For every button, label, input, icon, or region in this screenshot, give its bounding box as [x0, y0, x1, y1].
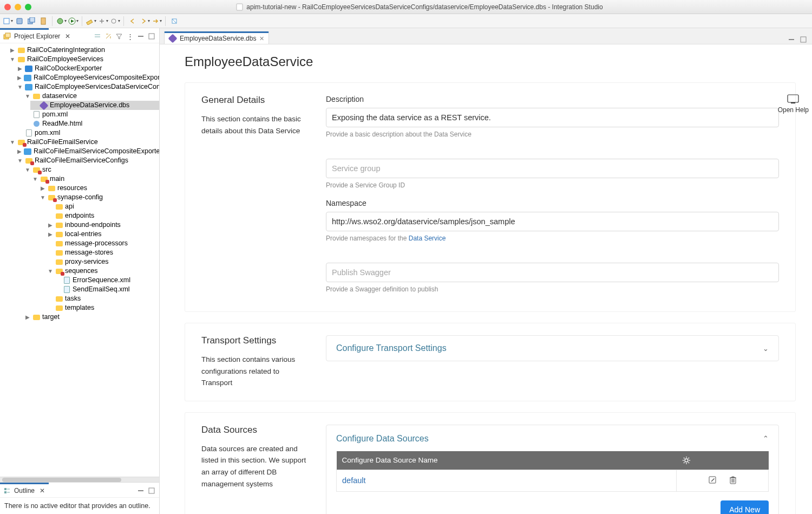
tree-item[interactable]: ErrorSequence.xml — [73, 276, 130, 285]
save-all-button[interactable] — [26, 16, 37, 27]
general-heading: General Details — [201, 95, 310, 106]
svg-rect-13 — [5, 33, 10, 37]
tree-item[interactable]: pom.xml — [42, 110, 68, 119]
section-general: General Details This section contains th… — [185, 82, 796, 312]
debug-button[interactable]: ▾ — [56, 16, 67, 27]
tree-item[interactable]: RailCoEmployeeServicesCompositeExporter — [34, 73, 159, 82]
tree-item[interactable]: local-entries — [65, 230, 101, 239]
close-window-icon[interactable] — [4, 4, 11, 10]
open-help-button[interactable]: Open Help — [778, 94, 809, 114]
tree-item[interactable]: RailCoFileEmailServiceConfigs — [35, 156, 128, 165]
hint-swagger: Provide a Swagger definition to publish — [326, 285, 779, 293]
outline-icon — [3, 487, 11, 495]
svg-rect-20 — [24, 148, 31, 155]
view-menu-icon[interactable]: ⋮ — [126, 32, 134, 41]
nav-forward-button[interactable]: ▾ — [151, 16, 162, 27]
tree-item[interactable]: proxy-services — [65, 257, 109, 266]
svg-line-35 — [688, 462, 689, 463]
sync-button[interactable]: ▾ — [109, 16, 120, 27]
edit-icon[interactable] — [708, 476, 717, 484]
close-tab-icon[interactable]: ✕ — [259, 35, 264, 42]
search-button[interactable]: ▾ — [86, 16, 96, 27]
tree-item[interactable]: RailCoFileEmailServiceCompositeExporter — [34, 147, 159, 156]
svg-rect-15 — [149, 34, 154, 39]
configure-transport-toggle[interactable]: Configure Transport Settings ⌄ — [326, 335, 779, 361]
tree-item[interactable]: endpoints — [65, 211, 94, 220]
zoom-window-icon[interactable] — [25, 4, 31, 10]
section-transport: Transport Settings This section contains… — [185, 323, 796, 401]
collapse-all-icon[interactable] — [93, 32, 102, 41]
tree-item[interactable]: RailCoEmployeeServices — [27, 55, 103, 64]
tree-item[interactable]: dataservice — [42, 92, 77, 101]
namespace-input[interactable] — [326, 212, 779, 231]
minimize-view-icon[interactable] — [136, 486, 145, 495]
svg-rect-18 — [25, 84, 32, 90]
minimize-editor-icon[interactable] — [787, 35, 796, 44]
gear-icon — [682, 456, 691, 465]
tree-item[interactable]: RailCoDockerExporter — [35, 64, 102, 73]
add-new-button[interactable]: Add New — [721, 500, 769, 514]
datasource-link[interactable]: default — [342, 476, 366, 485]
dbs-icon — [168, 34, 178, 43]
delete-icon[interactable] — [729, 476, 737, 484]
tree-item[interactable]: RailCoEmployeeServicesDataServiceConfigs — [35, 82, 159, 92]
toggle-button[interactable]: ▾ — [97, 16, 108, 27]
chevron-down-icon: ⌄ — [763, 344, 769, 353]
tree-item[interactable]: src — [42, 165, 51, 174]
tree-item[interactable]: templates — [65, 303, 94, 313]
back-button[interactable] — [127, 16, 138, 27]
outline-title: Outline — [14, 487, 35, 495]
minimize-view-icon[interactable] — [136, 32, 145, 41]
general-desc: This section contains the basic details … — [201, 113, 310, 136]
section-datasources: Data Sources Data sources are created an… — [185, 412, 796, 514]
maximize-editor-icon[interactable] — [799, 35, 808, 44]
tree-item[interactable]: RailCoFileEmailService — [27, 138, 98, 147]
link-editor-icon[interactable] — [104, 32, 113, 41]
pin-button[interactable] — [169, 16, 180, 27]
tree-item[interactable]: tasks — [65, 294, 81, 303]
description-input[interactable] — [326, 108, 779, 127]
tree-item[interactable]: main — [50, 174, 64, 184]
tree-item[interactable]: ReadMe.html — [42, 119, 82, 128]
tree-item[interactable]: inbound-endpoints — [65, 220, 121, 230]
close-view-icon[interactable]: ✕ — [38, 486, 47, 495]
svg-rect-17 — [24, 75, 31, 81]
editor-tab[interactable]: EmployeeDataService.dbs ✕ — [164, 31, 269, 44]
tree-item[interactable]: message-processors — [65, 239, 128, 248]
datasources-heading: Data Sources — [201, 425, 310, 435]
tree-item-selected[interactable]: EmployeeDataService.dbs — [50, 101, 129, 110]
tree-item[interactable]: pom.xml — [35, 128, 60, 138]
minimize-window-icon[interactable] — [15, 4, 21, 10]
export-button[interactable] — [38, 16, 49, 27]
window-title: apim-tutorial-new - RailCoEmployeeServic… — [246, 3, 603, 11]
tree-item[interactable]: synapse-config — [57, 193, 103, 202]
tree-item[interactable]: sequences — [65, 266, 97, 276]
close-view-icon[interactable]: ✕ — [63, 32, 72, 41]
tree-item[interactable]: SendEmailSeq.xml — [73, 285, 130, 294]
service-group-input[interactable] — [326, 159, 779, 178]
tree-item[interactable]: RailCoCateringIntegration — [27, 45, 105, 55]
maximize-view-icon[interactable] — [147, 32, 156, 41]
data-service-link[interactable]: Data Service — [409, 235, 446, 242]
tree-item[interactable]: target — [42, 313, 60, 322]
horizontal-scrollbar[interactable] — [0, 477, 159, 482]
chevron-up-icon: ⌃ — [763, 434, 769, 443]
forward-button[interactable]: ▾ — [139, 16, 150, 27]
new-button[interactable]: ▾ — [2, 16, 13, 27]
maximize-view-icon[interactable] — [147, 486, 156, 495]
svg-rect-24 — [149, 488, 154, 493]
run-button[interactable]: ▾ — [68, 16, 78, 27]
tree-item[interactable]: api — [65, 202, 74, 211]
svg-point-19 — [34, 121, 40, 127]
project-explorer-header: Project Explorer ✕ ⋮ — [0, 30, 159, 43]
svg-rect-0 — [237, 4, 243, 10]
swagger-input[interactable] — [326, 263, 779, 282]
project-tree[interactable]: ▶RailCoCateringIntegration ▼RailCoEmploy… — [0, 43, 159, 477]
tree-item[interactable]: resources — [57, 184, 87, 193]
save-button[interactable] — [14, 16, 25, 27]
svg-line-36 — [684, 462, 685, 463]
tree-item[interactable]: message-stores — [65, 248, 113, 257]
svg-rect-26 — [801, 37, 806, 42]
configure-datasources-toggle[interactable]: Configure Data Sources ⌃ — [336, 434, 769, 444]
filter-icon[interactable] — [115, 32, 123, 41]
